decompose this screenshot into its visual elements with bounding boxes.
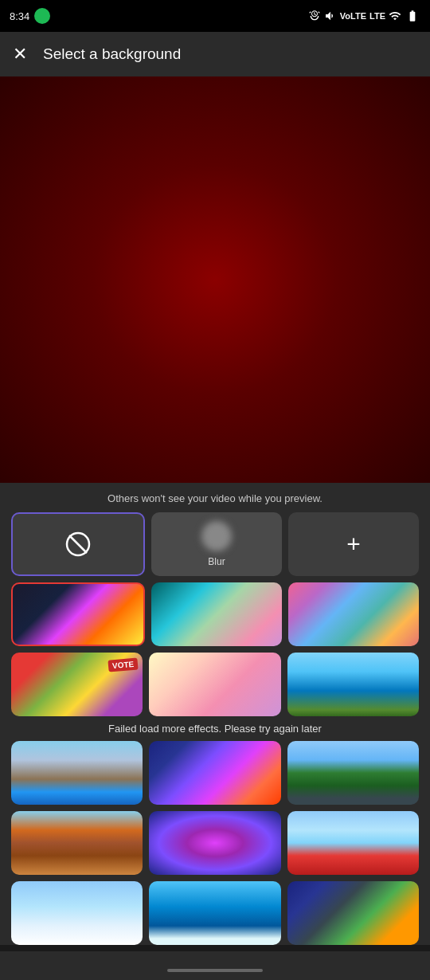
status-bar: 8:34 VoLTE LTE xyxy=(0,0,430,32)
lte2-label: LTE xyxy=(369,11,385,21)
close-button[interactable]: ✕ xyxy=(13,45,27,63)
background-galaxy[interactable] xyxy=(149,811,280,875)
background-festival[interactable] xyxy=(149,741,280,805)
background-lake[interactable] xyxy=(287,653,419,716)
top-bar: ✕ Select a background xyxy=(0,32,430,76)
background-row-4 xyxy=(0,811,430,875)
vote-label: VOTE xyxy=(108,657,139,672)
background-row-1 xyxy=(0,582,430,646)
add-background-button[interactable]: + xyxy=(288,512,419,576)
plus-icon: + xyxy=(346,531,361,558)
no-background-icon xyxy=(64,530,92,559)
background-row-3 xyxy=(0,741,430,805)
spotify-icon xyxy=(34,8,50,24)
notice-text: Others won't see your video while you pr… xyxy=(0,492,430,504)
signal-icon xyxy=(389,10,401,22)
blur-background-button[interactable]: Blur xyxy=(151,512,282,576)
blur-preview xyxy=(201,521,232,551)
first-row: Blur + xyxy=(0,512,430,576)
no-background-button[interactable] xyxy=(11,512,145,576)
blur-label: Blur xyxy=(208,556,225,567)
error-message: Failed load more effects. Please try aga… xyxy=(0,723,430,735)
lte-label: VoLTE xyxy=(340,11,366,21)
background-vote[interactable]: VOTE xyxy=(11,653,143,716)
background-canyon[interactable] xyxy=(11,811,143,875)
background-preview xyxy=(0,76,430,483)
background-row-5 xyxy=(0,881,430,945)
battery-icon xyxy=(405,10,420,22)
nav-indicator xyxy=(167,969,263,972)
page-title: Select a background xyxy=(43,45,181,63)
alarm-icon xyxy=(308,10,321,22)
time-display: 8:34 xyxy=(10,10,29,22)
background-biplane[interactable] xyxy=(287,811,419,875)
status-left: 8:34 xyxy=(10,8,50,24)
background-colorful[interactable] xyxy=(288,582,419,646)
background-mountains[interactable] xyxy=(287,741,419,805)
bottom-nav xyxy=(0,951,430,980)
background-ocean[interactable] xyxy=(149,881,280,945)
background-waves[interactable] xyxy=(151,582,282,646)
bottom-panel: Others won't see your video while you pr… xyxy=(0,483,430,945)
background-cloud-sky[interactable] xyxy=(11,881,143,945)
background-bar[interactable] xyxy=(287,881,419,945)
svg-line-1 xyxy=(69,535,87,553)
volume-icon xyxy=(324,10,337,22)
background-desert-people[interactable] xyxy=(11,741,143,805)
status-right: VoLTE LTE xyxy=(308,10,420,22)
background-row-2: VOTE xyxy=(0,653,430,716)
background-bokeh[interactable] xyxy=(11,582,145,646)
background-carnival[interactable] xyxy=(149,653,280,716)
